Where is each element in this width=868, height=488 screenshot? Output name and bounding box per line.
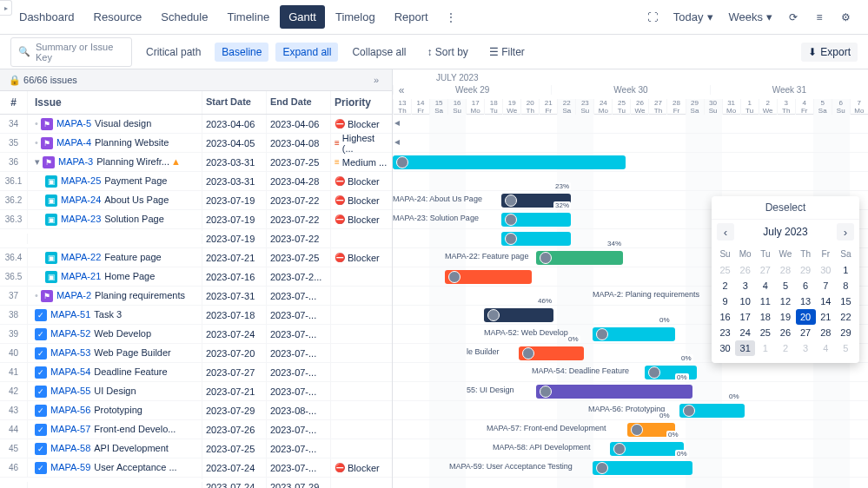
dp-day[interactable]: 19: [775, 309, 795, 325]
dp-day[interactable]: 23: [715, 325, 735, 340]
dp-day[interactable]: 28: [775, 262, 795, 278]
tab-report[interactable]: Report: [386, 5, 437, 29]
expand-panel-icon[interactable]: «: [394, 83, 408, 97]
search-input[interactable]: 🔍Summary or Issue Key: [10, 37, 132, 67]
filter-button[interactable]: ☰ Filter: [482, 43, 532, 62]
settings-sliders-icon[interactable]: ≡: [807, 5, 832, 30]
dp-day[interactable]: 8: [836, 278, 856, 293]
gantt-bar[interactable]: [501, 213, 571, 227]
table-row[interactable]: 36.3▣MAPA-23Solution Page2023-07-192023-…: [0, 210, 392, 229]
gantt-bar[interactable]: [484, 308, 553, 322]
dp-day[interactable]: 11: [755, 293, 775, 309]
gantt-bar[interactable]: [445, 270, 532, 284]
dp-day[interactable]: 1: [755, 340, 775, 356]
dp-day[interactable]: 3: [796, 340, 816, 356]
dp-day[interactable]: 27: [755, 262, 775, 278]
dp-day[interactable]: 14: [816, 293, 836, 309]
gantt-row[interactable]: MAPA-56: Prototyping0%: [393, 401, 868, 420]
gantt-bar[interactable]: [393, 155, 626, 169]
sidebar-expand-handle[interactable]: ▸: [0, 0, 12, 16]
scroll-left-icon[interactable]: ◂: [394, 135, 400, 148]
dp-day[interactable]: 2: [775, 340, 795, 356]
col-number[interactable]: #: [0, 91, 28, 114]
tab-timeline[interactable]: Timeline: [218, 5, 278, 29]
collapse-panel-icon[interactable]: »: [369, 73, 383, 87]
col-issue[interactable]: Issue: [28, 91, 202, 114]
gantt-bar[interactable]: [536, 251, 623, 265]
col-start[interactable]: Start Date: [202, 91, 267, 114]
gantt-row[interactable]: ◂: [393, 134, 868, 153]
dp-day[interactable]: 20: [796, 309, 816, 325]
baseline-button[interactable]: Baseline: [215, 43, 268, 62]
datepicker-next[interactable]: ›: [837, 223, 854, 241]
dp-day[interactable]: 24: [735, 325, 755, 340]
dp-day[interactable]: 7: [816, 278, 836, 293]
dp-day[interactable]: 2: [715, 278, 735, 293]
gantt-row[interactable]: [393, 478, 868, 488]
scroll-left-icon[interactable]: ◂: [394, 116, 400, 129]
dp-day[interactable]: 12: [775, 293, 795, 309]
dp-day[interactable]: 30: [816, 262, 836, 278]
dp-day[interactable]: 1: [836, 262, 856, 278]
dp-day[interactable]: 27: [796, 325, 816, 340]
col-end[interactable]: End Date: [267, 91, 331, 114]
tab-timelog[interactable]: Timelog: [327, 5, 384, 29]
dp-day[interactable]: 22: [836, 309, 856, 325]
more-icon[interactable]: ⋮: [439, 5, 463, 30]
gantt-bar[interactable]: [679, 404, 745, 418]
table-row[interactable]: 2023-07-242023-07-29: [0, 478, 392, 488]
tab-gantt[interactable]: Gantt: [280, 5, 325, 29]
gantt-row[interactable]: [393, 172, 868, 191]
sync-icon[interactable]: ⟳: [781, 5, 805, 30]
dp-day[interactable]: 13: [796, 293, 816, 309]
dp-day[interactable]: 10: [735, 293, 755, 309]
dp-day[interactable]: 18: [755, 309, 775, 325]
gantt-row[interactable]: MAPA-54: Deadline Feature0%: [393, 363, 868, 382]
gantt-bar[interactable]: [593, 327, 675, 341]
dp-day[interactable]: 17: [735, 309, 755, 325]
gear-icon[interactable]: ⚙: [833, 5, 858, 30]
dp-day[interactable]: 3: [735, 278, 755, 293]
col-priority[interactable]: Priority: [331, 91, 392, 114]
fullscreen-icon[interactable]: ⛶: [640, 5, 665, 30]
dp-day[interactable]: 4: [755, 278, 775, 293]
dp-day[interactable]: 5: [836, 340, 856, 356]
dp-day[interactable]: 9: [715, 293, 735, 309]
gantt-bar[interactable]: [593, 461, 692, 475]
dp-day[interactable]: 6: [796, 278, 816, 293]
tab-schedule[interactable]: Schedule: [152, 5, 216, 29]
table-row[interactable]: 46✓MAPA-59User Acceptance ...2023-07-242…: [0, 458, 392, 478]
dp-day[interactable]: 26: [735, 262, 755, 278]
today-button[interactable]: Today ▾: [666, 7, 720, 27]
dp-day[interactable]: 15: [836, 293, 856, 309]
datepicker-prev[interactable]: ‹: [717, 223, 734, 241]
gantt-bar[interactable]: [645, 366, 697, 379]
dp-day[interactable]: 4: [816, 340, 836, 356]
gantt-row[interactable]: MAPA-57: Front-end Development0%: [393, 420, 868, 439]
dp-day[interactable]: 29: [836, 325, 856, 340]
dp-day[interactable]: 5: [775, 278, 795, 293]
export-button[interactable]: ⬇Export: [801, 43, 858, 62]
expand-all-button[interactable]: Expand all: [275, 43, 338, 62]
collapse-all-button[interactable]: Collapse all: [345, 43, 413, 62]
gantt-row[interactable]: ◂: [393, 115, 868, 134]
dp-day[interactable]: 25: [755, 325, 775, 340]
gantt-row[interactable]: MAPA-58: API Development0%: [393, 439, 868, 458]
gantt-bar[interactable]: [610, 442, 684, 456]
gantt-bar[interactable]: [536, 385, 692, 399]
datepicker-deselect[interactable]: Deselect: [712, 196, 859, 220]
dp-day[interactable]: 25: [715, 262, 735, 278]
critical-path-button[interactable]: Critical path: [139, 43, 208, 62]
dp-day[interactable]: 31: [735, 340, 755, 356]
dp-day[interactable]: 21: [816, 309, 836, 325]
gantt-row[interactable]: [393, 153, 868, 172]
dp-day[interactable]: 16: [715, 309, 735, 325]
gantt-row[interactable]: 55: UI Design0%: [393, 382, 868, 401]
dp-day[interactable]: 26: [775, 325, 795, 340]
dp-day[interactable]: 28: [816, 325, 836, 340]
gantt-bar[interactable]: [519, 346, 584, 360]
gantt-row[interactable]: MAPA-59: User Acceptance Testing0%: [393, 458, 868, 478]
zoom-weeks-select[interactable]: Weeks ▾: [722, 7, 780, 27]
gantt-bar[interactable]: [501, 232, 571, 246]
tab-resource[interactable]: Resource: [85, 5, 151, 29]
